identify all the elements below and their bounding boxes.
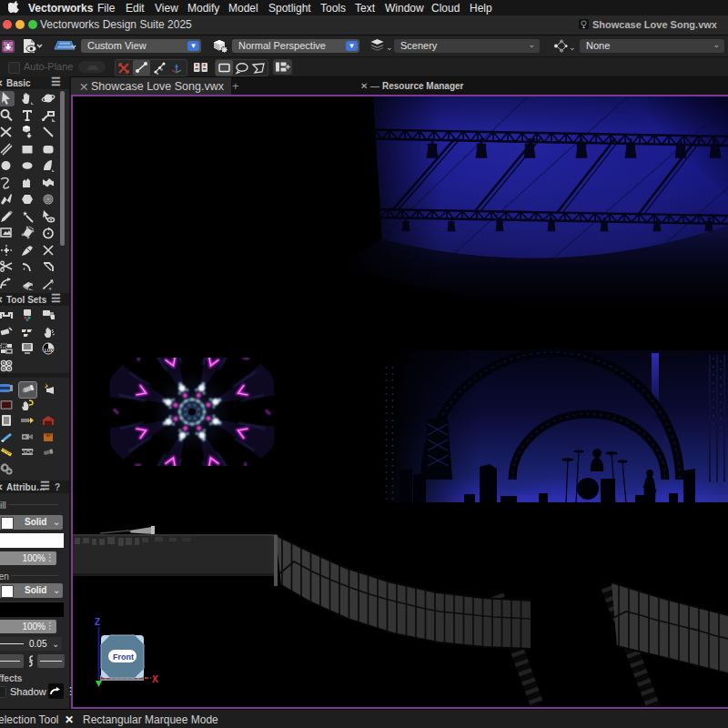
svg-text:Front: Front — [113, 652, 134, 662]
svg-text:LUX: LUX — [45, 349, 53, 353]
svg-text:Z: Z — [95, 617, 100, 627]
svg-text:X: X — [152, 674, 158, 684]
